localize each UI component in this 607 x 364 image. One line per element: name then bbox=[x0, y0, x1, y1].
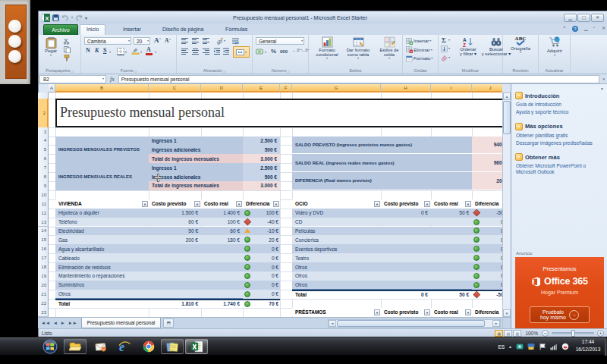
income-item-value[interactable]: 500 € bbox=[243, 145, 280, 154]
income-section-label[interactable]: INGRESOS MENSUALES REALES bbox=[55, 163, 149, 190]
vivienda-row-name[interactable]: Gas bbox=[55, 235, 149, 244]
dropdown-caret[interactable]: ▾ bbox=[326, 57, 328, 60]
vivienda-prev[interactable] bbox=[149, 253, 201, 262]
cut-icon[interactable] bbox=[64, 38, 71, 45]
pane-link[interactable]: Ayuda y soporte técnico bbox=[516, 109, 601, 115]
dialog-launcher-icon[interactable]: ◿ bbox=[286, 69, 289, 73]
tray-language[interactable]: ES bbox=[498, 344, 505, 350]
sheet-grid[interactable]: Presupuesto mensual personalINGRESOS MEN… bbox=[49, 93, 502, 317]
vivienda-total-label[interactable]: Total bbox=[55, 299, 149, 308]
clear-icon[interactable] bbox=[441, 55, 448, 61]
filter-dropdown-icon[interactable]: ▼ bbox=[142, 201, 148, 207]
widget-circle[interactable] bbox=[8, 50, 21, 63]
dropdown-caret[interactable]: ▾ bbox=[429, 39, 431, 42]
name-box[interactable]: B2▾ bbox=[39, 75, 106, 83]
ocio-real[interactable] bbox=[431, 244, 472, 253]
copy-icon[interactable] bbox=[64, 46, 71, 53]
page-break-view-icon[interactable]: ▥ bbox=[513, 330, 521, 337]
orientation-dropdown[interactable]: ▾ bbox=[224, 39, 225, 42]
filter-dropdown-icon[interactable]: ▼ bbox=[273, 201, 279, 207]
row-header-23[interactable]: 23 bbox=[38, 308, 49, 317]
taskbar-ie-button[interactable]: e bbox=[113, 339, 136, 354]
tab-archivo[interactable]: Archivo bbox=[43, 24, 78, 36]
saldo-label[interactable]: SALDO REAL (Ingresos reales menos gastos… bbox=[292, 154, 472, 172]
scroll-down-icon[interactable]: ▼ bbox=[503, 309, 511, 317]
ocio-real[interactable] bbox=[431, 262, 472, 271]
vivienda-row-name[interactable]: Agua y alcantarillado bbox=[55, 244, 149, 253]
income-item-value[interactable]: 500 € bbox=[243, 172, 280, 181]
ocio-real[interactable] bbox=[431, 218, 472, 227]
filter-dropdown-icon[interactable]: ▼ bbox=[465, 201, 471, 207]
fill-icon[interactable] bbox=[441, 46, 448, 52]
dialog-launcher-icon[interactable]: ◿ bbox=[222, 69, 225, 73]
ocio-prev[interactable]: 0 € bbox=[381, 209, 431, 218]
ocio-real[interactable]: 50 € bbox=[431, 209, 472, 218]
ocio-total-prev[interactable]: 0 € bbox=[381, 290, 431, 299]
dar-formato-como-tabla-button[interactable]: Dar formatocomo tabla▾ bbox=[343, 36, 373, 60]
pane-link[interactable]: Guía de introducción bbox=[516, 102, 601, 108]
eliminar-button[interactable]: Eliminar▾ bbox=[406, 46, 432, 54]
vivienda-real[interactable] bbox=[201, 281, 243, 290]
close-button[interactable]: ✕ bbox=[591, 14, 604, 22]
horizontal-scrollbar[interactable]: ◄ ► bbox=[328, 319, 501, 328]
vivienda-prev[interactable] bbox=[149, 281, 201, 290]
vivienda-row-name[interactable]: Mantenimiento o reparaciones bbox=[55, 271, 149, 281]
filter-dropdown-icon[interactable]: ▼ bbox=[374, 201, 380, 207]
accounting-dropdown[interactable]: ▾ bbox=[265, 51, 266, 54]
vivienda-row-name[interactable]: Hipoteca o alquiler bbox=[55, 209, 149, 218]
zoom-in-icon[interactable]: + bbox=[597, 330, 604, 337]
comma-style-icon[interactable]: 000 bbox=[280, 49, 288, 54]
row-headers[interactable]: 234567891011121314151617181920212223 bbox=[38, 93, 49, 317]
zoom-slider-thumb[interactable] bbox=[571, 330, 575, 337]
row-header-2[interactable]: 2 bbox=[38, 99, 49, 128]
diff-cell[interactable]: 0 € bbox=[243, 262, 280, 271]
grow-font-icon[interactable]: A˄ bbox=[154, 36, 161, 44]
vivienda-header[interactable]: Costo previsto▼ bbox=[149, 199, 201, 209]
merge-dropdown[interactable]: ▾ bbox=[245, 51, 247, 54]
filter-dropdown-icon[interactable]: ▼ bbox=[424, 201, 430, 207]
tab-insertar[interactable]: Insertar bbox=[117, 24, 147, 35]
dialog-launcher-icon[interactable]: ◿ bbox=[134, 69, 137, 73]
insertar-icon[interactable] bbox=[406, 38, 413, 45]
prestamos-header[interactable]: PRÉSTAMOS▼ bbox=[292, 308, 381, 317]
dropdown-caret[interactable]: ▾ bbox=[520, 51, 521, 54]
font-color-dropdown[interactable]: ▾ bbox=[155, 51, 156, 54]
column-header-C[interactable]: C bbox=[149, 84, 201, 93]
prestamos-header[interactable]: Diferencia▼ bbox=[472, 308, 502, 317]
conditional-formatting-icon[interactable] bbox=[322, 36, 333, 48]
vivienda-total-real[interactable]: 1.740 € bbox=[201, 299, 243, 308]
percent-icon[interactable]: % bbox=[271, 48, 276, 55]
name-box-dropdown-icon[interactable]: ▾ bbox=[102, 77, 105, 80]
number-format-combo[interactable]: General▾ bbox=[256, 37, 304, 45]
formato-condicional-button[interactable]: Formatocondicional▾ bbox=[312, 36, 342, 60]
ocio-row-name[interactable]: CD bbox=[292, 218, 381, 227]
vivienda-real[interactable]: 60 € bbox=[201, 227, 243, 236]
ad-try-button[interactable]: Pruébalohoy mismo → bbox=[530, 306, 590, 323]
align-left-icon[interactable] bbox=[181, 48, 189, 54]
wrap-text-icon[interactable] bbox=[231, 37, 240, 45]
align-middle-icon[interactable] bbox=[192, 37, 200, 43]
pane-link[interactable]: Descargar imágenes prediseñadas bbox=[516, 140, 601, 146]
workbook-minimize-icon[interactable]: ▁ bbox=[584, 25, 588, 30]
paste-dropdown[interactable]: ▾ bbox=[50, 54, 52, 57]
saldo-value[interactable]: 20 € bbox=[472, 172, 502, 190]
ocio-prev[interactable] bbox=[381, 235, 431, 244]
vertical-scrollbar[interactable]: ▲ ▼ bbox=[502, 93, 511, 317]
diff-cell[interactable]: 0 € bbox=[472, 235, 502, 244]
tray-icon-2[interactable] bbox=[527, 343, 535, 350]
redo-icon[interactable] bbox=[75, 14, 83, 20]
tab-diseno[interactable]: Diseño de página bbox=[156, 24, 210, 35]
ocio-real[interactable] bbox=[431, 271, 472, 281]
clock[interactable]: 17:44 16/12/2013 bbox=[571, 338, 605, 353]
paste-icon[interactable] bbox=[46, 36, 57, 49]
saldo-label[interactable]: SALDO PREVISTO (Ingresos previstos menos… bbox=[292, 136, 472, 155]
formato-button[interactable]: Formato▾ bbox=[406, 55, 432, 62]
ocio-row-name[interactable]: Teatro bbox=[292, 253, 381, 262]
vivienda-row-name[interactable]: Cableado bbox=[55, 253, 149, 262]
shrink-font-icon[interactable]: A˅ bbox=[165, 37, 171, 44]
ocio-prev[interactable] bbox=[381, 281, 431, 290]
underline-dropdown[interactable]: ▾ bbox=[109, 51, 111, 54]
vivienda-real[interactable] bbox=[201, 271, 243, 281]
diff-cell[interactable]: 0 € bbox=[243, 244, 280, 253]
zoom-out-icon[interactable]: − bbox=[542, 330, 549, 337]
